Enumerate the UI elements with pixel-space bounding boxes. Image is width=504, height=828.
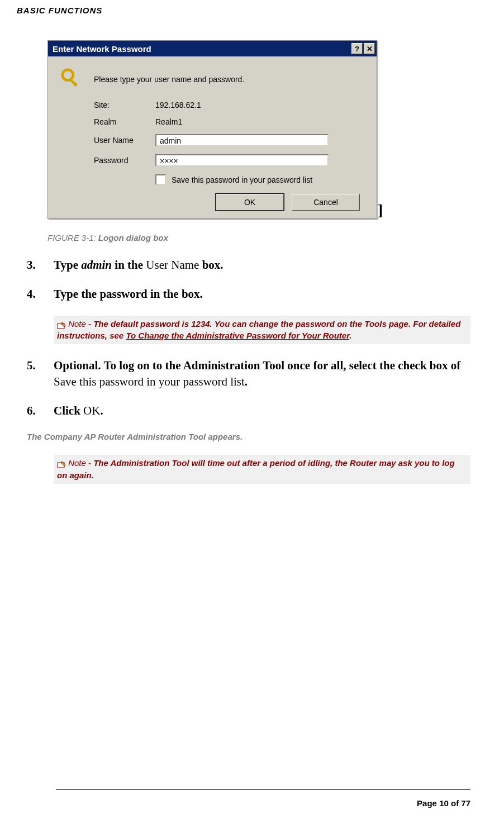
password-input[interactable]: ×××× xyxy=(155,154,329,166)
dialog-figure: Enter Network Password ? ✕ xyxy=(47,40,470,219)
page-number: Page 10 of 77 xyxy=(417,798,470,808)
footer-divider xyxy=(56,789,470,790)
step-text: box. xyxy=(202,258,224,272)
step-text: Click xyxy=(54,404,83,417)
step-text: . xyxy=(100,404,103,417)
note-text: . xyxy=(349,331,351,340)
username-label: User Name xyxy=(94,136,155,145)
note-link[interactable]: To Change the Administrative Password fo… xyxy=(126,331,349,340)
step-number: 4. xyxy=(27,286,54,302)
step-6: 6. Click OK. xyxy=(27,403,470,418)
login-dialog: Enter Network Password ? ✕ xyxy=(47,40,377,219)
note-box: Note - The default password is 1234. You… xyxy=(54,316,470,345)
bracket-glyph: ] xyxy=(378,201,383,219)
step-number: 5. xyxy=(27,358,54,389)
step-text: Type the password in the box. xyxy=(54,286,470,302)
step-text: Optional. To log on to the Administratio… xyxy=(54,359,460,372)
step-text: Save this password in your password list xyxy=(54,375,245,388)
save-password-label: Save this password in your password list xyxy=(172,175,312,184)
figure-number: FIGURE 3-1: xyxy=(47,233,98,242)
step-text: . xyxy=(245,375,248,388)
step-5: 5. Optional. To log on to the Administra… xyxy=(27,358,470,389)
result-text: The Company AP Router Administration Too… xyxy=(27,432,470,441)
help-button[interactable]: ? xyxy=(351,43,363,54)
figure-title: Logon dialog box xyxy=(98,233,168,242)
cancel-button[interactable]: Cancel xyxy=(292,194,360,211)
dialog-title: Enter Network Password xyxy=(53,44,151,54)
username-input[interactable]: admin xyxy=(155,134,329,146)
step-text: User Name xyxy=(146,258,202,272)
password-label: Password xyxy=(94,156,155,165)
key-icon xyxy=(60,68,85,91)
step-text: Type xyxy=(54,258,81,272)
close-button[interactable]: ✕ xyxy=(364,43,375,54)
step-text: in the xyxy=(112,258,146,272)
note-label: Note xyxy=(66,319,88,329)
note-icon xyxy=(57,460,66,468)
step-text: admin xyxy=(81,258,112,272)
figure-caption: FIGURE 3-1: Logon dialog box xyxy=(47,233,470,242)
realm-value: Realm1 xyxy=(155,117,364,126)
dialog-titlebar: Enter Network Password ? ✕ xyxy=(48,41,377,56)
page-header: BASIC FUNCTIONS xyxy=(17,6,470,15)
note-label: Note xyxy=(66,458,88,468)
note-text: 1234 xyxy=(191,319,210,329)
step-4: 4. Type the password in the box. xyxy=(27,286,470,302)
step-number: 6. xyxy=(27,403,54,418)
note-text: - The Administration Tool will time out … xyxy=(57,458,455,480)
save-password-checkbox[interactable] xyxy=(155,174,166,185)
step-number: 3. xyxy=(27,257,54,273)
note-box: Note - The Administration Tool will time… xyxy=(54,455,470,484)
dialog-intro: Please type your user name and password. xyxy=(94,75,244,84)
site-label: Site: xyxy=(94,101,155,110)
step-3: 3. Type admin in the User Name box. xyxy=(27,257,470,273)
site-value: 192.168.62.1 xyxy=(155,101,364,110)
ok-button[interactable]: OK xyxy=(216,194,284,211)
note-icon xyxy=(57,321,66,329)
svg-point-0 xyxy=(63,70,73,80)
realm-label: Realm xyxy=(94,117,155,126)
step-text: OK xyxy=(83,404,100,417)
note-text: - The default password is xyxy=(88,319,191,329)
